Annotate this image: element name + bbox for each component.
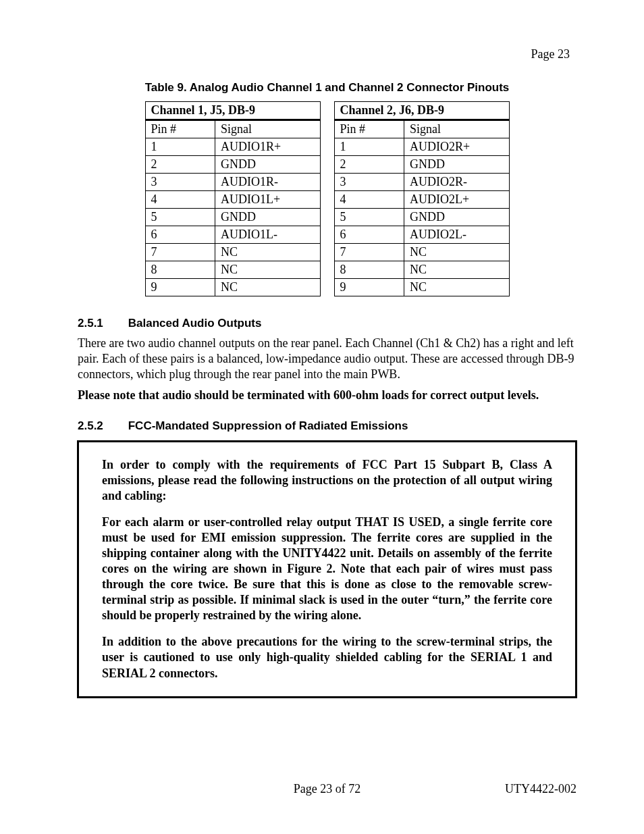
box-paragraph: In order to comply with the requirements… <box>102 457 552 504</box>
table-title: Channel 1, J5, DB-9 <box>145 102 320 120</box>
table-row: 9NC <box>145 279 320 296</box>
body-paragraph: There are two audio channel outputs on t… <box>78 336 576 382</box>
table-title: Channel 2, J6, DB-9 <box>334 102 509 120</box>
section-title: Balanced Audio Outputs <box>128 317 262 330</box>
table-row: 5GNDD <box>145 209 320 226</box>
section-number: 2.5.2 <box>78 419 125 433</box>
table-row: 8NC <box>145 261 320 279</box>
table-row: 7NC <box>334 244 509 261</box>
box-paragraph: In addition to the above precautions for… <box>102 634 552 681</box>
col-header-pin: Pin # <box>145 120 215 138</box>
table-row: 3AUDIO1R- <box>145 174 320 191</box>
col-header-signal: Signal <box>404 120 509 138</box>
table-row: 2GNDD <box>145 156 320 174</box>
pinout-tables: Channel 1, J5, DB-9 Pin # Signal 1AUDIO1… <box>78 101 576 296</box>
section-heading-252: 2.5.2 FCC-Mandated Suppression of Radiat… <box>78 419 576 433</box>
section-title: FCC-Mandated Suppression of Radiated Emi… <box>128 419 408 432</box>
box-paragraph: For each alarm or user-controlled relay … <box>102 515 552 623</box>
table-row: 2GNDD <box>334 156 509 174</box>
page: Page 23 Table 9. Analog Audio Channel 1 … <box>0 0 644 834</box>
pinout-table-ch1: Channel 1, J5, DB-9 Pin # Signal 1AUDIO1… <box>145 101 321 296</box>
table-row: 3AUDIO2R- <box>334 174 509 191</box>
table-row: 9NC <box>334 279 509 296</box>
pinout-table-ch2: Channel 2, J6, DB-9 Pin # Signal 1AUDIO2… <box>334 101 510 296</box>
page-footer: Page 23 of 72 UTY4422-002 <box>78 782 576 796</box>
table-row: 6AUDIO2L- <box>334 226 509 244</box>
col-header-signal: Signal <box>215 120 320 138</box>
table-row: 8NC <box>334 261 509 279</box>
page-number-top: Page 23 <box>531 47 570 61</box>
footer-page-count: Page 23 of 72 <box>78 782 576 796</box>
table-row: 4AUDIO1L+ <box>145 191 320 209</box>
section-heading-251: 2.5.1 Balanced Audio Outputs <box>78 317 576 330</box>
table-row: 4AUDIO2L+ <box>334 191 509 209</box>
emphasis-box: In order to comply with the requirements… <box>78 441 576 697</box>
table-row: 1AUDIO2R+ <box>334 138 509 156</box>
table-row: 1AUDIO1R+ <box>145 138 320 156</box>
table-caption: Table 9. Analog Audio Channel 1 and Chan… <box>78 81 576 95</box>
section-number: 2.5.1 <box>78 317 125 330</box>
col-header-pin: Pin # <box>334 120 404 138</box>
table-row: 7NC <box>145 244 320 261</box>
table-row: 5GNDD <box>334 209 509 226</box>
bold-note: Please note that audio should be termina… <box>78 388 576 403</box>
table-row: 6AUDIO1L- <box>145 226 320 244</box>
